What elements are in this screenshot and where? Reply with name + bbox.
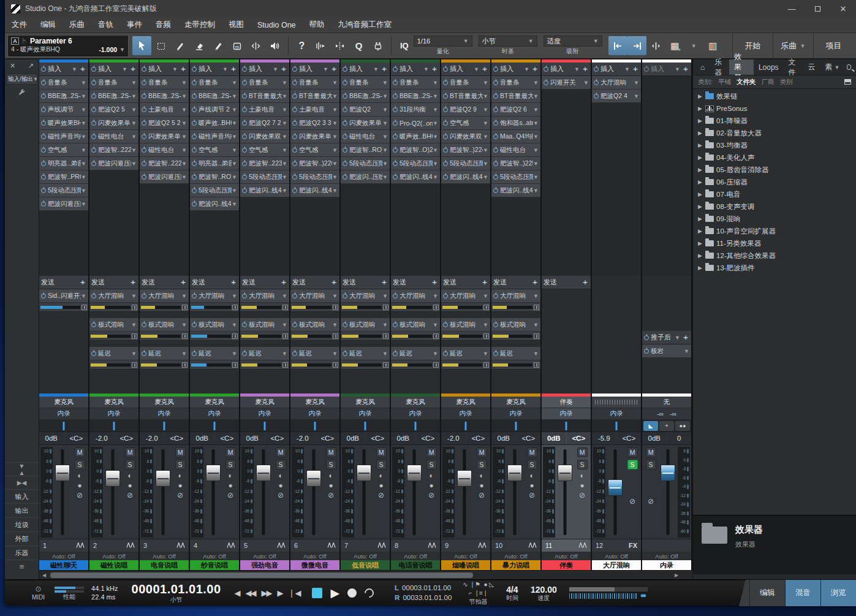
insert-slot[interactable]: 土豪电音▼ <box>140 103 189 116</box>
automation-mode[interactable]: Auto: Off <box>89 552 138 560</box>
power-icon[interactable] <box>192 121 197 126</box>
monitor-knob-icon[interactable]: ⊘ <box>579 492 585 499</box>
insert-slot[interactable]: 闪麦效果单▼ <box>89 116 138 130</box>
power-icon[interactable] <box>91 94 96 99</box>
channel-name[interactable]: 磁性聊天 <box>39 560 88 570</box>
insert-slot[interactable]: 肥波智..)225▼ <box>491 157 540 170</box>
tree-item[interactable]: ▶05-唇齿音消除器 <box>693 164 856 176</box>
insert-slot[interactable]: 音量条▼ <box>491 76 540 89</box>
insert-slot[interactable]: BBE激..2S-3▼ <box>391 89 440 103</box>
record-source-row[interactable]: 内录 <box>491 408 540 420</box>
stereo-pan-icon[interactable]: ◐ <box>77 472 81 479</box>
send-level-slider[interactable] <box>493 306 532 309</box>
stereo-pan-icon[interactable]: ◐ <box>429 472 433 479</box>
power-icon[interactable] <box>142 80 146 85</box>
send-name[interactable]: 大厅混响▼ <box>190 289 239 303</box>
power-icon[interactable] <box>393 175 398 180</box>
solo-button[interactable]: S <box>175 460 186 470</box>
channel-number-row[interactable]: 9 <box>441 539 490 552</box>
pan-indicator[interactable] <box>616 422 618 430</box>
snap-end-button[interactable] <box>627 36 646 55</box>
send-slot[interactable]: 大厅混响▼ <box>391 289 440 312</box>
insert-slot[interactable]: 5段动态压限▼ <box>491 170 540 184</box>
pan-indicator[interactable] <box>113 422 115 430</box>
scroll-left-icon[interactable]: ◀ <box>39 572 49 578</box>
automation-mode[interactable]: Auto: Off <box>341 552 390 560</box>
post-insert-slot[interactable]: 板岩▼ <box>642 344 691 358</box>
mixer-channel-低音说唱[interactable]: 插入▼＋音量条▼BBE激..2S-3▼肥波Q2▼闪麦效果单▼磁性电台▼肥波智..… <box>341 59 391 570</box>
expand-arrow-icon[interactable]: ▶ <box>698 191 703 197</box>
gain-value[interactable]: -2.0 <box>140 432 164 444</box>
insert-slot[interactable]: 音量条▼ <box>39 76 88 89</box>
range-tool-button[interactable] <box>151 36 170 55</box>
power-icon[interactable] <box>493 121 498 126</box>
channel-number-row[interactable]: 5 <box>240 539 289 552</box>
insert-slot[interactable]: 磁性声音均衡▼ <box>190 130 239 143</box>
rail-item-乐器[interactable]: 乐器 <box>5 546 39 560</box>
menu-item-文件[interactable]: 文件 <box>5 20 34 30</box>
power-icon[interactable] <box>242 161 247 166</box>
play-button[interactable]: ▶ <box>330 587 339 599</box>
insert-slot[interactable]: BT音量最大化▼ <box>290 89 339 103</box>
metronome-out-icon[interactable]: ◣ <box>643 421 658 431</box>
pan-row[interactable] <box>190 420 239 432</box>
power-icon[interactable] <box>393 67 398 72</box>
monitor-knob-icon[interactable]: ⊘ <box>479 492 485 499</box>
mix-view-button[interactable]: 混音 <box>785 580 820 606</box>
power-icon[interactable] <box>393 94 398 99</box>
pan-row[interactable] <box>491 420 540 432</box>
insert-slot[interactable]: 暖声效果BHQ▼ <box>39 116 88 130</box>
stereo-pan-icon[interactable]: ◐ <box>479 472 483 479</box>
sends-header[interactable]: 发送＋ <box>290 276 339 289</box>
power-icon[interactable] <box>343 148 347 153</box>
insert-slot[interactable]: Maa..Q4均衡▼ <box>491 130 540 143</box>
insert-slot[interactable]: 肥波智..)226▼ <box>290 157 339 170</box>
loop-range-display[interactable]: L00003.01.01.00 R00033.01.01.00 <box>395 584 452 603</box>
expand-arrow-icon[interactable]: ▶ <box>698 93 703 99</box>
input-row[interactable]: 麦克风 <box>240 397 289 408</box>
pan-indicator[interactable] <box>314 422 316 430</box>
tab-文件[interactable]: 文件 <box>784 59 803 75</box>
sends-header[interactable]: 发送＋ <box>39 276 88 289</box>
power-icon[interactable] <box>41 80 46 85</box>
pan-value[interactable]: <C> <box>215 432 240 444</box>
insert-slot[interactable]: 5段动态压限▼ <box>290 170 339 184</box>
project-page-button[interactable]: 项目 <box>813 32 854 59</box>
pan-row[interactable] <box>441 420 490 432</box>
channel-name[interactable]: 大厅混响 <box>592 560 641 570</box>
channel-name[interactable]: 纱音说唱 <box>190 560 239 570</box>
solo-button[interactable]: S <box>477 460 487 470</box>
power-icon[interactable] <box>242 351 247 356</box>
prepost-icon[interactable] <box>182 333 187 339</box>
insert-slot[interactable]: 土豪电音▼ <box>240 103 289 116</box>
bend-tool-button[interactable] <box>246 36 265 55</box>
send-slot[interactable]: 板式混响▼ <box>240 318 289 341</box>
send-name[interactable]: 延迟▼ <box>140 347 189 360</box>
insert-slot[interactable]: BBE激..2S-3▼ <box>190 89 239 103</box>
collapse-vertical-button[interactable]: ▼▲ <box>5 462 39 476</box>
power-icon[interactable] <box>242 67 247 72</box>
sends-header[interactable]: 发送＋ <box>491 276 540 289</box>
menu-item-音频[interactable]: 音频 <box>149 20 178 30</box>
add-send-button[interactable]: ＋ <box>531 277 539 287</box>
prepost-icon[interactable] <box>383 362 388 368</box>
power-icon[interactable] <box>443 322 448 327</box>
mixer-channel-大厅混响[interactable]: 插入▼＋大厅混响▼肥波Q2 4▼内录-5.9<C>1060-6-12-24-36… <box>592 59 642 570</box>
tree-item[interactable]: ▶01-降噪器 <box>693 115 856 127</box>
mixer-channel-电音说唱[interactable]: 插入▼＋音量条▼BBE激..2S-3▼土豪电音▼肥波Q2 5 2▼闪麦效果单▼磁… <box>140 59 190 570</box>
quantize-tool-button[interactable]: Q <box>349 36 368 55</box>
prepost-icon[interactable] <box>182 305 187 310</box>
automation-mode[interactable]: Auto: Off <box>592 552 641 560</box>
power-icon[interactable] <box>41 94 46 99</box>
insert-slot[interactable]: 肥波Q2▼ <box>341 103 390 116</box>
eraser-tool-button[interactable] <box>189 36 208 55</box>
expand-arrow-icon[interactable]: ▶ <box>698 179 703 185</box>
power-icon[interactable] <box>292 107 297 112</box>
menu-item-走带控制[interactable]: 走带控制 <box>178 20 222 30</box>
fader-track[interactable] <box>254 447 273 538</box>
return-to-start-button[interactable]: ❘◀ <box>286 588 304 598</box>
gain-value[interactable]: -5.9 <box>592 432 616 444</box>
input-row[interactable]: 麦克风 <box>341 397 390 408</box>
scrollbar-thumb[interactable] <box>50 572 473 578</box>
insert-slot[interactable]: 暖声效..BHQ3▼ <box>391 130 440 143</box>
